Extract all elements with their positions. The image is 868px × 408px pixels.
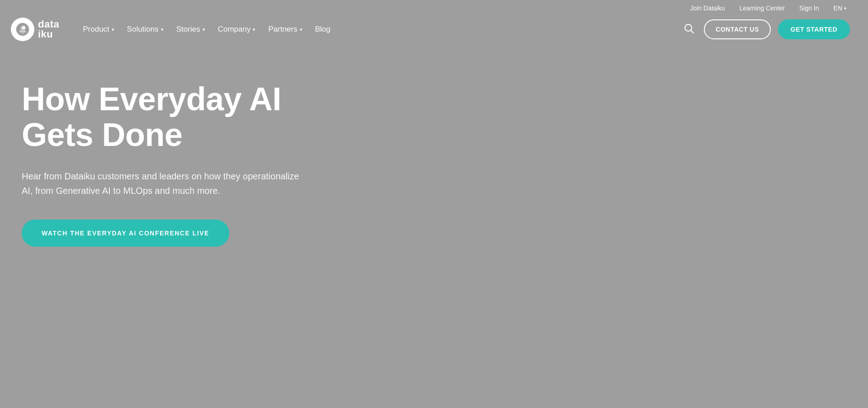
- chevron-down-icon: ▾: [300, 27, 302, 33]
- nav-item-blog[interactable]: Blog: [310, 21, 336, 38]
- svg-point-1: [22, 26, 26, 30]
- nav-item-company[interactable]: Company ▾: [212, 21, 261, 38]
- nav-link-company[interactable]: Company ▾: [212, 21, 261, 38]
- hero-content: How Everyday AI Gets Done Hear from Data…: [0, 45, 362, 274]
- hero-section: How Everyday AI Gets Done Hear from Data…: [0, 45, 868, 274]
- contact-button[interactable]: CONTACT US: [704, 19, 771, 39]
- nav-link-stories[interactable]: Stories ▾: [171, 21, 211, 38]
- chevron-down-icon: ▾: [844, 6, 846, 11]
- nav-item-product[interactable]: Product ▾: [77, 21, 120, 38]
- nav-item-partners[interactable]: Partners ▾: [263, 21, 307, 38]
- learning-center-link[interactable]: Learning Center: [740, 5, 785, 12]
- nav-links: Product ▾ Solutions ▾ Stories ▾: [77, 21, 336, 38]
- nav-item-stories[interactable]: Stories ▾: [171, 21, 211, 38]
- chevron-down-icon: ▾: [161, 27, 164, 33]
- svg-line-3: [691, 30, 693, 33]
- nav-right: CONTACT US GET STARTED: [681, 19, 850, 39]
- search-icon: [684, 23, 694, 36]
- nav-link-product[interactable]: Product ▾: [77, 21, 120, 38]
- search-button[interactable]: [681, 21, 697, 38]
- join-dataiku-link[interactable]: Join Dataiku: [690, 5, 725, 12]
- main-nav: data iku Product ▾ Solutions ▾: [0, 14, 868, 45]
- site-header: Join Dataiku Learning Center Sign In EN …: [0, 0, 868, 45]
- nav-link-blog[interactable]: Blog: [310, 21, 336, 38]
- chevron-down-icon: ▾: [203, 27, 205, 33]
- watch-conference-button[interactable]: WATCH THE EVERYDAY AI CONFERENCE LIVE: [22, 220, 229, 247]
- get-started-button[interactable]: GET STARTED: [778, 19, 850, 39]
- nav-link-partners[interactable]: Partners ▾: [263, 21, 307, 38]
- nav-link-solutions[interactable]: Solutions ▾: [122, 21, 169, 38]
- logo-icon: [11, 18, 34, 41]
- logo-text: data iku: [38, 19, 59, 39]
- hero-subtitle: Hear from Dataiku customers and leaders …: [22, 169, 311, 198]
- chevron-down-icon: ▾: [253, 27, 255, 33]
- top-bar: Join Dataiku Learning Center Sign In EN …: [0, 0, 868, 14]
- chevron-down-icon: ▾: [112, 27, 114, 33]
- nav-item-solutions[interactable]: Solutions ▾: [122, 21, 169, 38]
- nav-left: data iku Product ▾ Solutions ▾: [11, 18, 336, 41]
- language-label: EN: [834, 5, 842, 12]
- language-selector[interactable]: EN ▾: [834, 5, 846, 12]
- logo[interactable]: data iku: [11, 18, 59, 41]
- hero-title: How Everyday AI Gets Done: [22, 81, 340, 153]
- sign-in-link[interactable]: Sign In: [799, 5, 819, 12]
